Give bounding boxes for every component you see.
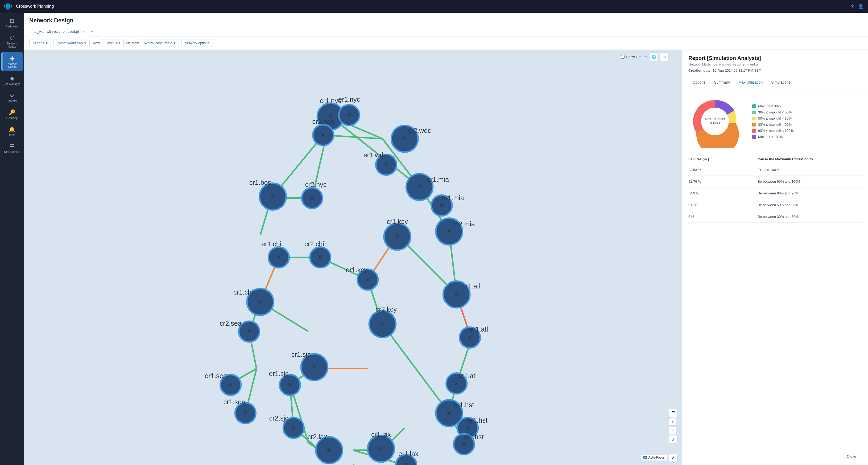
legend-item-4: 90% ≤ max util < 100% bbox=[752, 128, 794, 133]
show-groups-bar: Show Groups 🌐 ⊞ bbox=[621, 53, 669, 61]
node-label: ✕ bbox=[276, 254, 282, 261]
close-button[interactable]: Close bbox=[841, 452, 862, 461]
svg-rect-0 bbox=[4, 5, 5, 7]
cell-cause-4: Be between 30% and 50% bbox=[757, 215, 862, 219]
legend-item-2: 50% ≤ max util < 80% bbox=[752, 116, 794, 120]
sidebar-item-alerts[interactable]: 🔔 Alerts bbox=[1, 123, 23, 140]
cell-percent-0: 23.53 % bbox=[688, 168, 757, 172]
col-header-failures: Failures (% ) bbox=[688, 157, 757, 161]
tab-simulations[interactable]: Simulations bbox=[767, 77, 795, 88]
chevron-down-icon: ▾ bbox=[46, 41, 48, 45]
auto-focus-checkbox[interactable] bbox=[643, 456, 647, 459]
sidebar-item-network-design[interactable]: ◉ Network Design bbox=[1, 52, 23, 71]
job-manager-icon: ◆ bbox=[10, 75, 14, 82]
menu-icon[interactable]: ☰ bbox=[669, 409, 678, 417]
layer-button[interactable]: Layer 3 ▾ bbox=[102, 39, 124, 47]
zoom-in-button[interactable]: + bbox=[669, 418, 676, 426]
node-label: ✕ bbox=[454, 291, 459, 298]
table-row: 23.53 % Exceed 100% bbox=[688, 164, 862, 176]
tab-summary[interactable]: Summary bbox=[710, 77, 734, 88]
node-name: er1.hst bbox=[467, 416, 488, 424]
page-title: Network Design bbox=[29, 17, 863, 24]
logo-area: Crosswork Planning bbox=[4, 3, 54, 9]
table-row: 9.8 % Be between 50% and 80% bbox=[688, 199, 862, 211]
donut-center-label: Max util under failures bbox=[704, 117, 726, 125]
sidebar-item-dashboard[interactable]: ⊞ Dashboard bbox=[1, 15, 23, 31]
failures-table: Failures (% ) Cause the Maximum Utilizat… bbox=[688, 154, 862, 223]
plot-view-label: Plot view bbox=[126, 41, 138, 45]
node-name: cr1.bos bbox=[249, 179, 271, 186]
cell-cause-2: Be between 80% and 90% bbox=[757, 191, 862, 195]
sidebar-item-licensing[interactable]: 🔑 Licensing bbox=[1, 107, 23, 122]
node-label: ✕ bbox=[243, 409, 248, 416]
node-name: er1.mia bbox=[442, 194, 464, 202]
report-subtitle: Network Model: us_wan-with-rsvp-removed.… bbox=[688, 62, 862, 66]
main-layout: ⊞ Dashboard ⬡ Network Models ◉ Network D… bbox=[0, 13, 868, 465]
node-name: cr2.mia bbox=[453, 220, 475, 228]
auto-focus-label[interactable]: Auto-Focus bbox=[641, 455, 667, 461]
legend-color-0 bbox=[752, 105, 756, 108]
expand-icon[interactable]: ⤢ bbox=[669, 453, 678, 462]
chart-section: Max util under failures Max util < 30% 3… bbox=[682, 88, 868, 154]
svg-rect-2 bbox=[7, 3, 8, 9]
globe-icon[interactable]: 🌐 bbox=[649, 53, 658, 61]
legend-item-0: Max util < 30% bbox=[752, 104, 794, 108]
node-name: cr1.kcy bbox=[386, 218, 408, 225]
node-label: ✕ bbox=[380, 320, 385, 327]
svg-rect-1 bbox=[6, 4, 7, 8]
user-icon[interactable]: 👤 bbox=[858, 3, 864, 9]
sidebar-item-administration[interactable]: ☰ Administration bbox=[1, 141, 23, 156]
node-label: ✕ bbox=[378, 445, 384, 452]
layout-icon[interactable]: ⊞ bbox=[660, 53, 669, 61]
cell-percent-4: 0 % bbox=[688, 215, 757, 219]
chart-legend: Max util < 30% 30% ≤ max util < 50% 50% … bbox=[752, 104, 794, 139]
topbar-right: ? 👤 bbox=[851, 3, 864, 9]
node-name: cr2.hst bbox=[464, 433, 484, 440]
cell-cause-0: Exceed 100% bbox=[757, 168, 862, 172]
node-label: ✕ bbox=[446, 409, 452, 416]
node-name: er1.sea bbox=[205, 372, 227, 379]
node-label: ✕ bbox=[291, 424, 297, 431]
zoom-out-button[interactable]: − bbox=[669, 427, 676, 434]
node-label: ✕ bbox=[320, 131, 326, 139]
network-options-button[interactable]: Network options bbox=[181, 39, 213, 47]
sidebar-item-network-models[interactable]: ⬡ Network Models bbox=[1, 32, 23, 51]
node-name: cr2.lax bbox=[307, 433, 327, 440]
legend-item-3: 80% ≤ max util < 90% bbox=[752, 122, 794, 126]
node-name: cr1.hst bbox=[454, 401, 474, 409]
show-groups-checkbox[interactable] bbox=[621, 55, 624, 59]
tab-network-file[interactable]: us_wan-with-rsvp-removed.pln ✕ bbox=[29, 27, 89, 36]
node-name: cr2.nyc bbox=[305, 181, 327, 188]
node-name: cr2.bos bbox=[312, 118, 334, 125]
help-icon[interactable]: ? bbox=[851, 4, 854, 9]
sidebar-item-label: Network Models bbox=[3, 42, 21, 49]
table-header: Failures (% ) Cause the Maximum Utilizat… bbox=[688, 154, 862, 164]
content-area: Network Design us_wan-with-rsvp-removed.… bbox=[24, 13, 868, 465]
node-label: ✕ bbox=[446, 227, 452, 235]
sidebar-item-job-manager[interactable]: ◆ Job Manager bbox=[1, 72, 23, 88]
tab-close-icon[interactable]: ✕ bbox=[82, 30, 85, 33]
show-groups-label[interactable]: Show Groups bbox=[621, 55, 647, 59]
node-label: ✕ bbox=[365, 275, 370, 283]
chevron-down-icon: ▾ bbox=[84, 41, 86, 45]
tab-options[interactable]: Options bbox=[688, 77, 710, 88]
sidebar-item-label: Administration bbox=[3, 151, 20, 154]
tab-add-button[interactable]: + bbox=[89, 27, 96, 36]
bottom-bar: Auto-Focus ⤢ bbox=[641, 453, 678, 462]
fit-icon[interactable]: ⤢ bbox=[669, 435, 678, 444]
node-name: cr1.mia bbox=[427, 176, 449, 183]
donut-chart: Max util under failures bbox=[688, 95, 742, 148]
chevron-down-icon: ▾ bbox=[174, 41, 176, 45]
tab-max-utilization[interactable]: Max Utilization bbox=[734, 77, 767, 88]
node-label: ✕ bbox=[395, 233, 400, 240]
node-label: ✕ bbox=[309, 194, 315, 202]
node-name: er1.sjc bbox=[269, 370, 289, 377]
sidebar-item-collector[interactable]: ⚙ Collector bbox=[1, 89, 23, 106]
worst-case-button[interactable]: Worst- case traffic ▾ bbox=[141, 39, 179, 47]
network-canvas[interactable]: Show Groups 🌐 ⊞ bbox=[24, 50, 682, 465]
actions-button[interactable]: Actions ▾ bbox=[29, 39, 51, 47]
preset-workflows-button[interactable]: Preset workflows ▾ bbox=[53, 39, 90, 47]
collector-icon: ⚙ bbox=[9, 92, 14, 98]
report-creation: Creation date: 16-Aug-2024 09:38:17 PM S… bbox=[688, 68, 862, 72]
chevron-down-icon: ▾ bbox=[118, 41, 120, 45]
